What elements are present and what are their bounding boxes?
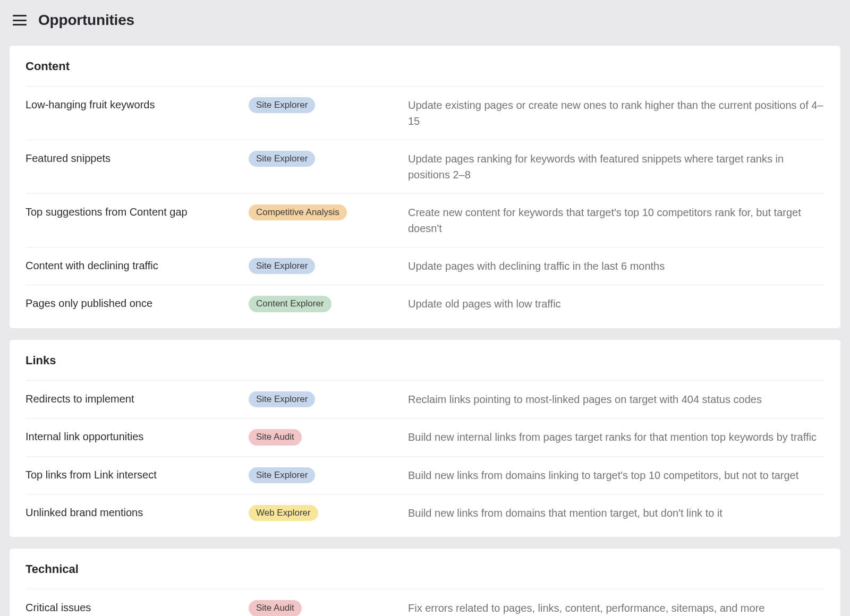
opportunity-description: Update pages ranking for keywords with f… <box>408 151 824 183</box>
opportunity-description: Update existing pages or create new ones… <box>408 97 824 129</box>
opportunity-name: Top links from Link intersect <box>26 467 238 482</box>
section-links: LinksRedirects to implementSite Explorer… <box>10 340 840 537</box>
tool-badge-content-explorer[interactable]: Content Explorer <box>249 296 332 312</box>
section-technical: TechnicalCritical issuesSite AuditFix er… <box>10 549 840 616</box>
opportunity-row[interactable]: Top links from Link intersectSite Explor… <box>26 456 824 494</box>
opportunity-description: Update old pages with low traffic <box>408 296 824 312</box>
tool-badge-competitive-analysis[interactable]: Competitive Analysis <box>249 204 347 220</box>
tool-badge-site-explorer[interactable]: Site Explorer <box>249 151 315 167</box>
opportunity-description: Update pages with declining traffic in t… <box>408 258 824 274</box>
tool-badge-web-explorer[interactable]: Web Explorer <box>249 505 318 521</box>
opportunity-name: Top suggestions from Content gap <box>26 204 238 219</box>
opportunity-description: Create new content for keywords that tar… <box>408 204 824 236</box>
opportunity-tag-cell: Site Explorer <box>249 391 397 407</box>
opportunity-description: Reclaim links pointing to most-linked pa… <box>408 391 824 407</box>
opportunity-row[interactable]: Featured snippetsSite ExplorerUpdate pag… <box>26 140 824 193</box>
opportunity-tag-cell: Web Explorer <box>249 505 397 521</box>
opportunity-name: Critical issues <box>26 600 238 615</box>
opportunity-row[interactable]: Content with declining trafficSite Explo… <box>26 247 824 285</box>
opportunity-name: Content with declining traffic <box>26 258 238 273</box>
opportunity-name: Pages only published once <box>26 296 238 311</box>
section-title: Links <box>26 354 824 367</box>
opportunity-row[interactable]: Critical issuesSite AuditFix errors rela… <box>26 589 824 616</box>
opportunity-name: Unlinked brand mentions <box>26 505 238 520</box>
tool-badge-site-audit[interactable]: Site Audit <box>249 429 302 445</box>
tool-badge-site-explorer[interactable]: Site Explorer <box>249 467 315 483</box>
opportunity-row[interactable]: Top suggestions from Content gapCompetit… <box>26 193 824 247</box>
opportunity-tag-cell: Competitive Analysis <box>249 204 397 220</box>
opportunity-tag-cell: Site Audit <box>249 600 397 616</box>
opportunity-description: Build new links from domains that mentio… <box>408 505 824 521</box>
opportunity-row[interactable]: Pages only published onceContent Explore… <box>26 285 824 322</box>
opportunity-description: Fix errors related to pages, links, cont… <box>408 600 824 616</box>
tool-badge-site-explorer[interactable]: Site Explorer <box>249 97 315 113</box>
page-header: Opportunities <box>0 0 850 40</box>
section-title: Technical <box>26 562 824 576</box>
section-title: Content <box>26 59 824 73</box>
tool-badge-site-explorer[interactable]: Site Explorer <box>249 391 315 407</box>
section-content: ContentLow-hanging fruit keywordsSite Ex… <box>10 46 840 328</box>
opportunity-name: Featured snippets <box>26 151 238 166</box>
tool-badge-site-audit[interactable]: Site Audit <box>249 600 302 616</box>
opportunity-description: Build new internal links from pages targ… <box>408 429 824 445</box>
opportunity-tag-cell: Site Explorer <box>249 151 397 167</box>
opportunity-name: Internal link opportunities <box>26 429 238 444</box>
opportunity-name: Low-hanging fruit keywords <box>26 97 238 112</box>
opportunity-tag-cell: Site Explorer <box>249 97 397 113</box>
hamburger-icon[interactable] <box>13 15 27 25</box>
page-title: Opportunities <box>38 12 134 29</box>
opportunity-name: Redirects to implement <box>26 391 238 406</box>
opportunity-row[interactable]: Internal link opportunitiesSite AuditBui… <box>26 418 824 456</box>
opportunity-tag-cell: Site Explorer <box>249 258 397 274</box>
opportunity-row[interactable]: Low-hanging fruit keywordsSite ExplorerU… <box>26 86 824 140</box>
opportunity-row[interactable]: Unlinked brand mentionsWeb ExplorerBuild… <box>26 494 824 532</box>
opportunity-description: Build new links from domains linking to … <box>408 467 824 483</box>
tool-badge-site-explorer[interactable]: Site Explorer <box>249 258 315 274</box>
opportunity-tag-cell: Site Audit <box>249 429 397 445</box>
opportunity-tag-cell: Content Explorer <box>249 296 397 312</box>
opportunity-row[interactable]: Redirects to implementSite ExplorerRecla… <box>26 380 824 418</box>
opportunity-tag-cell: Site Explorer <box>249 467 397 483</box>
